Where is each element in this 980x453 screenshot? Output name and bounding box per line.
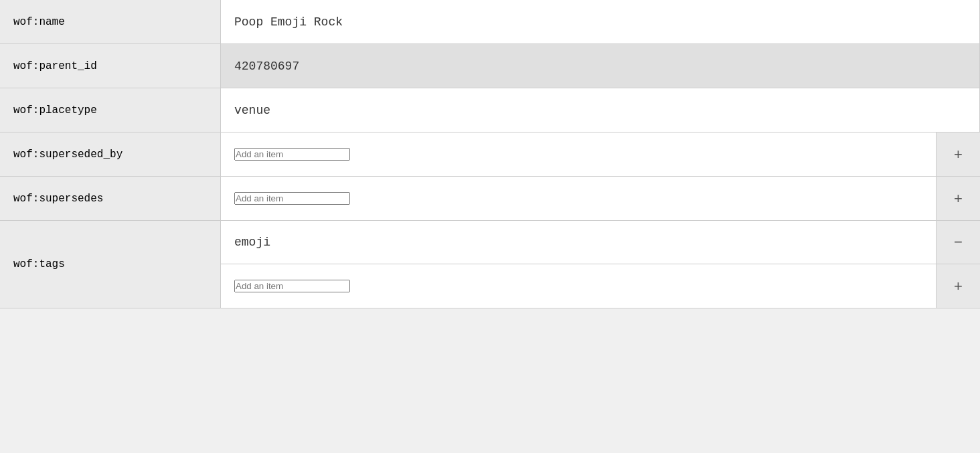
label-supersedes: wof:supersedes: [0, 177, 221, 220]
value-row-supersedes: +: [221, 177, 980, 220]
value-col-tags: emoji − +: [221, 221, 980, 308]
value-placetype: venue: [221, 88, 980, 132]
name-value-text: Poop Emoji Rock: [234, 15, 343, 29]
placetype-value-text: venue: [234, 104, 270, 117]
label-parent-id: wof:parent_id: [0, 44, 221, 88]
value-row-placetype: venue: [221, 88, 980, 132]
row-parent-id: wof:parent_id 420780697: [0, 44, 980, 88]
value-col-placetype: venue: [221, 88, 980, 132]
value-col-name: Poop Emoji Rock: [221, 0, 980, 43]
value-supersedes[interactable]: [221, 177, 936, 220]
label-parent-id-text: wof:parent_id: [13, 60, 97, 72]
parent-id-value-text: 420780697: [234, 60, 299, 73]
row-tags: wof:tags emoji − +: [0, 221, 980, 308]
value-row-name: Poop Emoji Rock: [221, 0, 980, 43]
label-supersedes-text: wof:supersedes: [13, 193, 103, 205]
value-tag-add[interactable]: [221, 264, 936, 308]
label-tags: wof:tags: [0, 221, 221, 308]
tags-item-emoji: emoji −: [221, 221, 980, 264]
row-placetype: wof:placetype venue: [0, 88, 980, 132]
row-supersedes: wof:supersedes +: [0, 177, 980, 221]
value-col-supersedes: +: [221, 177, 980, 220]
tags-add-item: +: [221, 264, 980, 308]
value-row-superseded-by: +: [221, 132, 980, 176]
tag-emoji-text: emoji: [234, 236, 270, 249]
label-placetype: wof:placetype: [0, 88, 221, 132]
value-tag-emoji: emoji: [221, 221, 936, 264]
label-tags-text: wof:tags: [13, 258, 65, 270]
value-col-parent-id: 420780697: [221, 44, 980, 88]
add-superseded-by-button[interactable]: +: [936, 132, 980, 176]
row-name: wof:name Poop Emoji Rock: [0, 0, 980, 44]
value-name: Poop Emoji Rock: [221, 0, 980, 43]
value-col-superseded-by: +: [221, 132, 980, 176]
superseded-by-input[interactable]: [234, 148, 350, 161]
label-placetype-text: wof:placetype: [13, 104, 97, 116]
value-row-parent-id: 420780697: [221, 44, 980, 88]
add-supersedes-button[interactable]: +: [936, 177, 980, 220]
remove-tag-emoji-button[interactable]: −: [936, 221, 980, 264]
value-parent-id: 420780697: [221, 44, 980, 88]
add-tag-button[interactable]: +: [936, 264, 980, 308]
label-name: wof:name: [0, 0, 221, 43]
value-superseded-by[interactable]: [221, 132, 936, 176]
tags-add-input[interactable]: [234, 280, 350, 292]
supersedes-input[interactable]: [234, 192, 350, 205]
label-superseded-by: wof:superseded_by: [0, 132, 221, 176]
row-superseded-by: wof:superseded_by +: [0, 132, 980, 177]
property-table: wof:name Poop Emoji Rock wof:parent_id 4…: [0, 0, 980, 453]
label-superseded-by-text: wof:superseded_by: [13, 149, 122, 161]
label-name-text: wof:name: [13, 16, 65, 28]
